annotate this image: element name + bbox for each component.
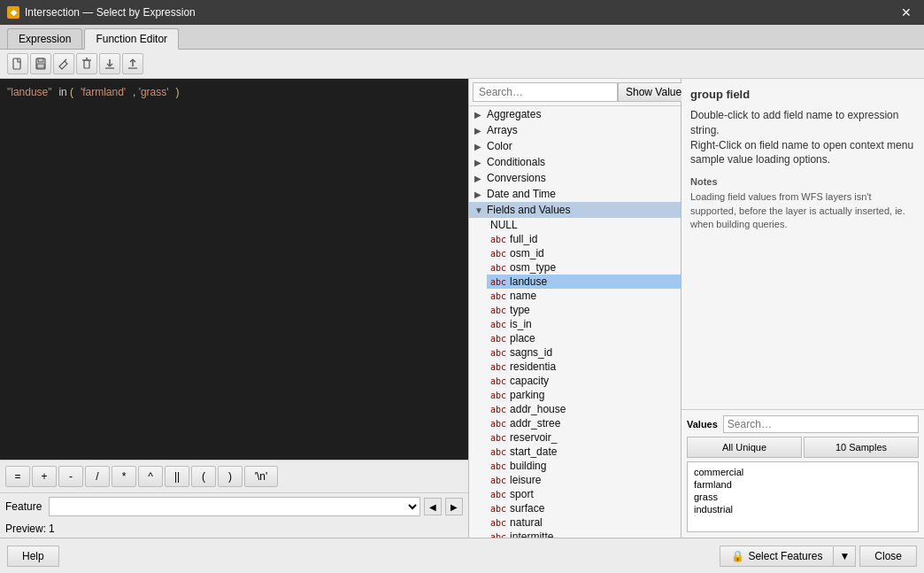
tree-item-leisure[interactable]: abc leisure bbox=[487, 473, 681, 487]
tree-item-place[interactable]: abc place bbox=[487, 331, 681, 345]
tree-item-landuse[interactable]: abc landuse bbox=[487, 275, 681, 289]
function-tree: ▶ Aggregates ▶ Arrays ▶ Color ▶ Conditio… bbox=[469, 106, 681, 538]
tree-label-conditionals: Conditionals bbox=[487, 156, 545, 168]
toolbar-new-button[interactable] bbox=[7, 53, 28, 74]
tree-item-building[interactable]: abc building bbox=[487, 459, 681, 473]
tree-item-osm_id[interactable]: abc osm_id bbox=[487, 246, 681, 260]
tree-label-color: Color bbox=[487, 140, 512, 152]
toolbar bbox=[0, 50, 924, 79]
feature-label: Feature bbox=[5, 500, 45, 513]
close-button[interactable]: Close bbox=[859, 546, 917, 567]
op-minus[interactable]: - bbox=[58, 466, 83, 487]
ten-samples-button[interactable]: 10 Samples bbox=[804, 437, 919, 458]
op-equals[interactable]: = bbox=[5, 466, 30, 487]
op-plus[interactable]: + bbox=[32, 466, 57, 487]
tree-label-surface: surface bbox=[510, 502, 544, 515]
tree-item-full_id[interactable]: abc full_id bbox=[487, 232, 681, 246]
tree-item-null[interactable]: NULL bbox=[487, 218, 681, 232]
abc-badge-capacity: abc bbox=[490, 376, 506, 386]
tree-item-sport[interactable]: abc sport bbox=[487, 487, 681, 501]
abc-badge-surface: abc bbox=[490, 504, 506, 514]
tree-item-conditionals[interactable]: ▶ Conditionals bbox=[469, 154, 681, 170]
main-container: Expression Function Editor "landuse" in bbox=[0, 25, 924, 573]
tree-label-fields-values: Fields and Values bbox=[487, 204, 571, 216]
value-industrial[interactable]: industrial bbox=[691, 503, 914, 515]
tree-item-arrays[interactable]: ▶ Arrays bbox=[469, 122, 681, 138]
bottom-right: 🔒 Select Features ▼ Close bbox=[720, 546, 917, 567]
title-bar: ◆ Intersection — Select by Expression ✕ bbox=[0, 0, 924, 25]
op-rparen[interactable]: ) bbox=[218, 466, 243, 487]
all-unique-button[interactable]: All Unique bbox=[687, 437, 802, 458]
op-mul[interactable]: * bbox=[112, 466, 136, 487]
values-search-input[interactable] bbox=[723, 415, 919, 433]
op-div[interactable]: / bbox=[85, 466, 110, 487]
select-features-dropdown[interactable]: ▼ bbox=[834, 546, 856, 567]
tree-item-surface[interactable]: abc surface bbox=[487, 501, 681, 515]
value-grass[interactable]: grass bbox=[691, 491, 914, 503]
abc-badge-building: abc bbox=[490, 461, 506, 471]
tree-label-intermitte: intermitte bbox=[510, 530, 553, 538]
feature-next-button[interactable]: ▶ bbox=[445, 498, 463, 515]
tree-item-is_in[interactable]: abc is_in bbox=[487, 317, 681, 331]
toolbar-edit-button[interactable] bbox=[53, 53, 74, 74]
toolbar-save-button[interactable] bbox=[30, 53, 51, 74]
tree-item-start_date[interactable]: abc start_date bbox=[487, 445, 681, 459]
value-commercial[interactable]: commercial bbox=[691, 466, 914, 478]
tree-item-fields-values[interactable]: ▼ Fields and Values bbox=[469, 202, 681, 218]
toolbar-import-button[interactable] bbox=[99, 53, 120, 74]
tab-expression[interactable]: Expression bbox=[7, 28, 82, 49]
expr-val1: 'farmland' bbox=[81, 86, 126, 98]
abc-badge-sport: abc bbox=[490, 490, 506, 499]
value-farmland[interactable]: farmland bbox=[691, 478, 914, 491]
tree-item-residentia[interactable]: abc residentia bbox=[487, 360, 681, 374]
abc-badge-start_date: abc bbox=[490, 447, 506, 457]
tree-item-addr_stree[interactable]: abc addr_stree bbox=[487, 416, 681, 430]
tree-label-addr_stree: addr_stree bbox=[510, 417, 560, 430]
tree-item-conversions[interactable]: ▶ Conversions bbox=[469, 170, 681, 186]
tree-item-addr_house[interactable]: abc addr_house bbox=[487, 402, 681, 416]
tree-item-sagns_id[interactable]: abc sagns_id bbox=[487, 345, 681, 360]
select-features-label: Select Features bbox=[748, 550, 822, 562]
content-area: "landuse" in ( 'farmland' , 'grass' ) = … bbox=[0, 79, 924, 538]
tree-item-color[interactable]: ▶ Color bbox=[469, 138, 681, 154]
tree-label-leisure: leisure bbox=[510, 474, 541, 486]
op-newline[interactable]: '\n' bbox=[244, 466, 278, 487]
select-features-button[interactable]: 🔒 Select Features bbox=[720, 546, 834, 567]
tree-item-aggregates[interactable]: ▶ Aggregates bbox=[469, 106, 681, 122]
tree-label-osm_type: osm_type bbox=[510, 261, 556, 274]
tree-label-full_id: full_id bbox=[510, 233, 537, 245]
tree-label-is_in: is_in bbox=[510, 318, 532, 330]
svg-rect-0 bbox=[13, 58, 20, 69]
toolbar-export-button[interactable] bbox=[122, 53, 143, 74]
tree-item-intermitte[interactable]: abc intermitte bbox=[487, 530, 681, 538]
op-concat[interactable]: || bbox=[165, 466, 189, 487]
tree-label-arrays: Arrays bbox=[487, 124, 518, 136]
tab-function-editor[interactable]: Function Editor bbox=[84, 28, 179, 50]
bottom-bar: Help 🔒 Select Features ▼ Close bbox=[0, 538, 924, 573]
info-field-title: group field bbox=[690, 88, 915, 101]
expr-lparen: ( bbox=[70, 86, 73, 98]
tree-item-type[interactable]: abc type bbox=[487, 303, 681, 317]
function-search-input[interactable] bbox=[473, 82, 618, 102]
tree-item-date-time[interactable]: ▶ Date and Time bbox=[469, 186, 681, 202]
search-row: Show Values bbox=[469, 79, 681, 106]
tree-label-building: building bbox=[510, 460, 546, 472]
tree-item-natural[interactable]: abc natural bbox=[487, 515, 681, 530]
toolbar-delete-button[interactable] bbox=[76, 53, 97, 74]
tree-item-osm_type[interactable]: abc osm_type bbox=[487, 260, 681, 275]
tree-item-reservoir[interactable]: abc reservoir_ bbox=[487, 430, 681, 445]
tree-label-capacity: capacity bbox=[510, 375, 549, 387]
abc-badge-natural: abc bbox=[490, 518, 506, 528]
help-button[interactable]: Help bbox=[7, 546, 59, 567]
feature-prev-button[interactable]: ◀ bbox=[424, 498, 442, 515]
expr-field: "landuse" bbox=[7, 86, 52, 98]
tree-item-name[interactable]: abc name bbox=[487, 289, 681, 303]
feature-row: Feature ◀ ▶ bbox=[0, 492, 468, 520]
expression-editor[interactable]: "landuse" in ( 'farmland' , 'grass' ) bbox=[0, 79, 468, 460]
feature-select[interactable] bbox=[49, 497, 420, 516]
op-pow[interactable]: ^ bbox=[138, 466, 163, 487]
op-lparen[interactable]: ( bbox=[191, 466, 216, 487]
tree-item-parking[interactable]: abc parking bbox=[487, 388, 681, 402]
window-close-button[interactable]: ✕ bbox=[896, 4, 917, 21]
tree-item-capacity[interactable]: abc capacity bbox=[487, 374, 681, 388]
